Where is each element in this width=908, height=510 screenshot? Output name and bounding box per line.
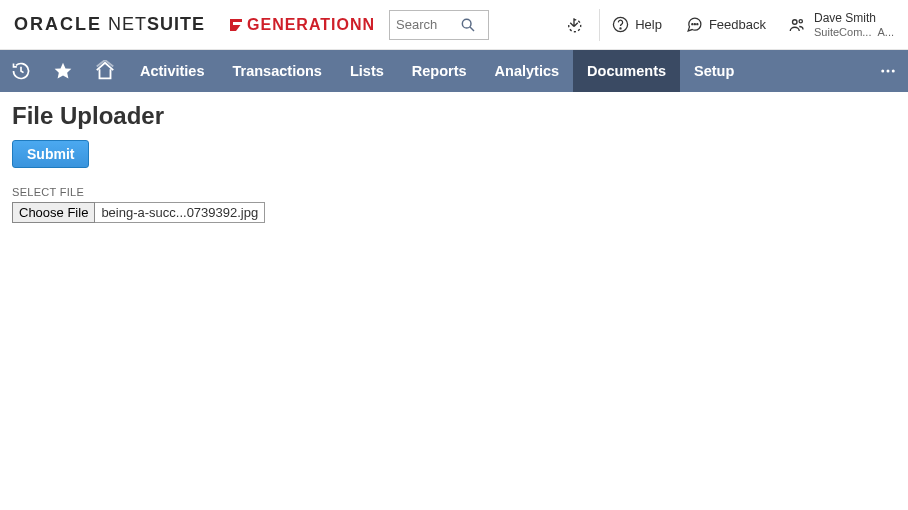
svg-point-7 xyxy=(793,19,798,24)
user-info: Dave Smith SuiteCom... A... xyxy=(814,11,894,39)
page-title: File Uploader xyxy=(12,102,896,130)
user-company: SuiteCom... xyxy=(814,25,871,39)
choose-file-button[interactable]: Choose File xyxy=(12,202,95,223)
nav-item-transactions[interactable]: Transactions xyxy=(218,50,335,92)
users-icon xyxy=(788,16,806,34)
svg-line-1 xyxy=(470,27,474,31)
top-header: ORACLE NETSUITE GENERATIONN Help Feedbac… xyxy=(0,0,908,50)
svg-point-6 xyxy=(697,24,698,25)
svg-point-10 xyxy=(881,70,884,73)
page-content: File Uploader Submit SELECT FILE Choose … xyxy=(0,92,908,233)
selected-file-name: being-a-succ...0739392.jpg xyxy=(95,202,265,223)
nav-item-documents[interactable]: Documents xyxy=(573,50,680,92)
svg-point-12 xyxy=(892,70,895,73)
nav-favorites-icon[interactable] xyxy=(42,50,84,92)
file-input-row: Choose File being-a-succ...0739392.jpg xyxy=(12,202,896,223)
oracle-logo: ORACLE xyxy=(14,14,102,35)
nav-item-reports[interactable]: Reports xyxy=(398,50,481,92)
feedback-label: Feedback xyxy=(709,17,766,32)
select-file-label: SELECT FILE xyxy=(12,186,896,198)
svg-point-0 xyxy=(462,19,471,28)
svg-point-5 xyxy=(694,24,695,25)
svg-point-8 xyxy=(799,19,802,22)
netsuite-logo: NETSUITE xyxy=(108,14,205,35)
search-input[interactable] xyxy=(396,17,460,32)
svg-point-11 xyxy=(887,70,890,73)
submit-button[interactable]: Submit xyxy=(12,140,89,168)
nav-item-activities[interactable]: Activities xyxy=(126,50,218,92)
partner-logo: GENERATIONN xyxy=(227,16,375,34)
svg-point-4 xyxy=(692,24,693,25)
nav-more-icon[interactable] xyxy=(868,50,908,92)
nav-recent-icon[interactable] xyxy=(0,50,42,92)
nav-item-lists[interactable]: Lists xyxy=(336,50,398,92)
help-label: Help xyxy=(635,17,662,32)
global-search[interactable] xyxy=(389,10,489,40)
nav-item-setup[interactable]: Setup xyxy=(680,50,748,92)
activity-shortcut-icon[interactable] xyxy=(549,0,599,50)
help-icon xyxy=(612,16,629,33)
user-role: A... xyxy=(877,25,894,39)
main-navbar: ActivitiesTransactionsListsReportsAnalyt… xyxy=(0,50,908,92)
user-name: Dave Smith xyxy=(814,11,894,25)
partner-logo-icon xyxy=(227,16,245,34)
search-icon[interactable] xyxy=(460,17,476,33)
feedback-link[interactable]: Feedback xyxy=(674,0,778,50)
user-menu[interactable]: Dave Smith SuiteCom... A... xyxy=(778,11,894,39)
svg-marker-9 xyxy=(55,63,72,79)
help-link[interactable]: Help xyxy=(600,0,674,50)
svg-point-3 xyxy=(620,28,621,29)
nav-home-icon[interactable] xyxy=(84,50,126,92)
feedback-icon xyxy=(686,16,703,33)
nav-item-analytics[interactable]: Analytics xyxy=(481,50,573,92)
header-right: Help Feedback Dave Smith SuiteCom... A..… xyxy=(549,0,894,50)
